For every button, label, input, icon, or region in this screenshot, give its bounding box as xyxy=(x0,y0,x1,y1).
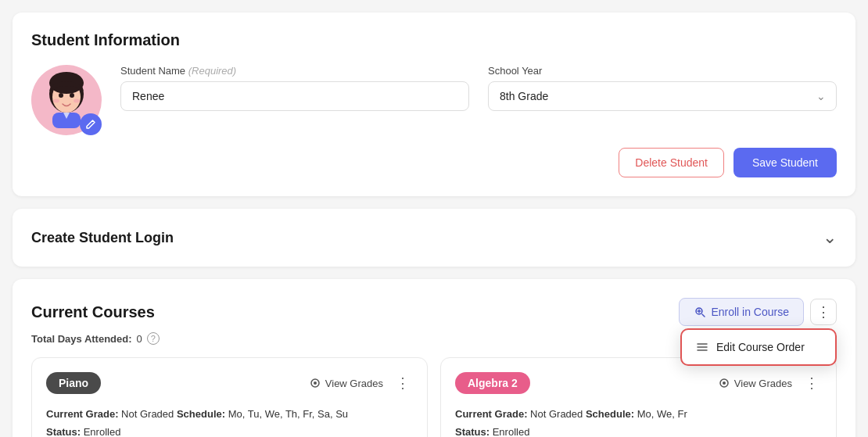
svg-point-13 xyxy=(314,381,317,385)
course-card-header: Piano View Grades ⋮ xyxy=(46,372,413,394)
login-card-inner[interactable]: Create Student Login ⌄ xyxy=(31,227,837,248)
courses-actions: Enroll in Course ⋮ Edit Course Order xyxy=(679,298,837,326)
login-card[interactable]: Create Student Login ⌄ xyxy=(13,209,855,267)
course-more-button-piano[interactable]: ⋮ xyxy=(393,374,413,392)
courses-grid: Piano View Grades ⋮ Current Grade: Not xyxy=(31,357,837,437)
year-field-group: School Year 6th Grade 7th Grade 8th Grad… xyxy=(488,65,837,111)
grades-icon xyxy=(310,378,321,389)
year-label: School Year xyxy=(488,65,837,77)
view-grades-button-piano[interactable]: View Grades xyxy=(310,378,383,389)
courses-header: Current Courses Enroll in Course ⋮ xyxy=(31,298,837,326)
login-title: Create Student Login xyxy=(31,230,174,246)
student-name-input[interactable] xyxy=(120,81,469,111)
svg-point-6 xyxy=(74,99,80,103)
course-card-piano: Piano View Grades ⋮ Current Grade: Not xyxy=(31,357,428,437)
student-fields: Student Name (Required) School Year 6th … xyxy=(120,65,837,111)
courses-title: Current Courses xyxy=(31,303,155,321)
more-actions-wrapper: ⋮ Edit Course Order xyxy=(810,299,837,325)
student-info-body: Student Name (Required) School Year 6th … xyxy=(31,65,837,135)
view-grades-button-algebra[interactable]: View Grades xyxy=(719,378,792,389)
reorder-icon xyxy=(696,341,708,353)
year-select-wrapper: 6th Grade 7th Grade 8th Grade 9th Grade … xyxy=(488,81,837,111)
avatar-wrapper xyxy=(31,65,102,135)
help-icon[interactable]: ? xyxy=(147,332,160,345)
course-more-button-algebra[interactable]: ⋮ xyxy=(802,374,822,392)
enroll-icon xyxy=(694,306,706,318)
name-field-group: Student Name (Required) xyxy=(120,65,469,111)
course-card-actions-algebra: View Grades ⋮ xyxy=(719,374,822,392)
course-card-actions: View Grades ⋮ xyxy=(310,374,413,392)
student-actions-row: Delete Student Save Student xyxy=(31,148,837,177)
student-info-card: Student Information xyxy=(13,13,855,196)
avatar-edit-button[interactable] xyxy=(80,113,102,135)
svg-point-4 xyxy=(70,93,74,98)
current-courses-section: Current Courses Enroll in Course ⋮ xyxy=(13,279,855,437)
dropdown-menu: Edit Course Order xyxy=(680,328,837,366)
course-badge: Piano xyxy=(46,372,101,394)
school-year-select[interactable]: 6th Grade 7th Grade 8th Grade 9th Grade … xyxy=(488,81,837,111)
course-details-algebra: Current Grade: Not Graded Schedule: Mo, … xyxy=(455,405,822,437)
svg-point-3 xyxy=(59,93,63,98)
grades-icon xyxy=(719,378,730,389)
chevron-down-icon: ⌄ xyxy=(823,227,837,248)
course-card-algebra2: Algebra 2 View Grades ⋮ Current Grade: xyxy=(440,357,837,437)
delete-student-button[interactable]: Delete Student xyxy=(619,148,724,177)
student-info-title: Student Information xyxy=(31,31,837,49)
name-label: Student Name (Required) xyxy=(120,65,469,77)
course-badge-algebra: Algebra 2 xyxy=(455,372,530,394)
more-options-button[interactable]: ⋮ xyxy=(810,299,837,325)
enroll-course-button[interactable]: Enroll in Course xyxy=(679,298,804,326)
svg-point-15 xyxy=(723,381,726,385)
edit-course-order-item[interactable]: Edit Course Order xyxy=(685,333,832,361)
course-details-piano: Current Grade: Not Graded Schedule: Mo, … xyxy=(46,405,413,437)
save-student-button[interactable]: Save Student xyxy=(733,148,837,177)
svg-point-5 xyxy=(53,99,59,103)
course-card-header-algebra: Algebra 2 View Grades ⋮ xyxy=(455,372,822,394)
